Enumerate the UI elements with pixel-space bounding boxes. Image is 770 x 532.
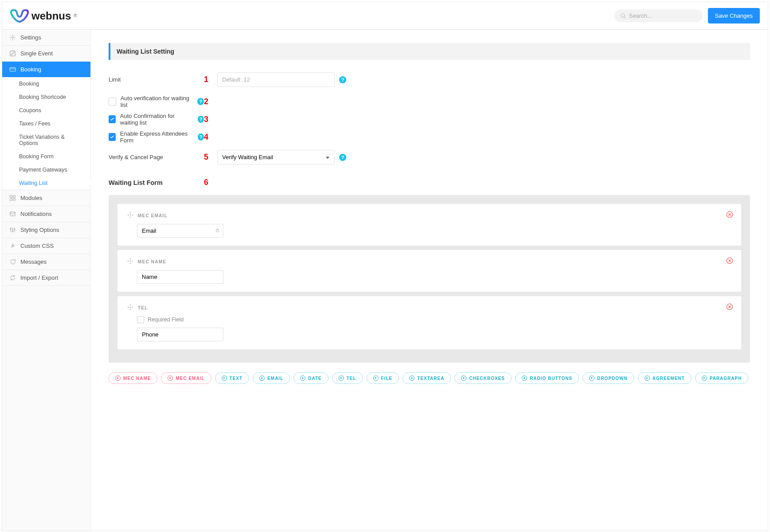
limit-input[interactable]: [217, 72, 335, 87]
auto-verification-label: Auto verification for waiting list: [121, 95, 192, 108]
sidebar-item-styling-options[interactable]: Styling Options: [2, 222, 90, 238]
palette-checkboxes[interactable]: +CHECKBOXES: [454, 372, 512, 384]
svg-point-16: [14, 229, 16, 230]
sidebar-sub-booking-shortcode[interactable]: Booking Shortcode: [2, 90, 90, 104]
delete-field-button[interactable]: [726, 303, 733, 312]
field-type-label: MEC NAME: [138, 259, 166, 264]
plus-icon: +: [222, 376, 227, 381]
check-icon: [109, 117, 115, 122]
delete-field-button[interactable]: [726, 211, 733, 219]
palette-paragraph[interactable]: +PARAGRAPH: [695, 372, 749, 384]
mail-icon: [9, 211, 16, 217]
brand-name: webnus: [31, 10, 71, 22]
gear-icon: [9, 34, 16, 41]
delete-field-button[interactable]: [726, 257, 733, 266]
sidebar-sub-ticket-variations[interactable]: Ticket Variations & Options: [2, 130, 90, 150]
palette-date[interactable]: +DATE: [293, 372, 328, 384]
sliders-icon: [9, 227, 16, 233]
sidebar: Settings Single Event Booking Booking Bo…: [2, 30, 91, 531]
sidebar-item-label: Import / Export: [20, 274, 58, 281]
sidebar-item-label: Custom CSS: [20, 243, 54, 249]
save-button[interactable]: Save Changes: [708, 8, 760, 23]
plus-icon: +: [522, 376, 527, 381]
palette-tel[interactable]: +TEL: [332, 372, 363, 384]
sidebar-sub-taxes-fees[interactable]: Taxes / Fees: [2, 117, 90, 130]
brand-logo: webnus ®: [10, 9, 77, 23]
plus-icon: +: [461, 376, 466, 381]
sidebar-sub-booking[interactable]: Booking: [2, 77, 90, 90]
search-input[interactable]: [629, 12, 696, 19]
auto-verification-checkbox[interactable]: [109, 98, 116, 106]
field-name-input[interactable]: [137, 224, 223, 238]
field-type-palette: +MEC NAME +MEC EMAIL +TEXT +EMAIL +DATE …: [109, 372, 750, 384]
edit-icon: [9, 50, 16, 57]
palette-file[interactable]: +FILE: [367, 372, 399, 384]
wrench-icon: [9, 243, 16, 249]
annotation-6: 6: [204, 178, 217, 187]
verify-cancel-select[interactable]: Verify Waiting Email: [217, 150, 335, 164]
waiting-list-form-title: Waiting List Form: [109, 179, 204, 186]
svg-point-0: [621, 13, 624, 17]
sidebar-item-single-event[interactable]: Single Event: [2, 46, 90, 61]
sidebar-item-import-export[interactable]: Import / Export: [2, 270, 90, 286]
required-checkbox[interactable]: [137, 316, 144, 323]
drag-handle-icon[interactable]: [127, 304, 133, 312]
sidebar-item-label: Single Event: [20, 50, 53, 57]
check-icon: [109, 134, 115, 140]
svg-rect-6: [10, 196, 12, 197]
auto-confirmation-checkbox[interactable]: [109, 115, 116, 123]
sidebar-item-label: Modules: [20, 195, 42, 201]
plus-icon: +: [259, 376, 265, 381]
sidebar-sub-coupons[interactable]: Coupons: [2, 104, 90, 117]
palette-dropdown[interactable]: +DROPDOWN: [582, 372, 634, 384]
form-field-name: MEC NAME: [117, 250, 741, 292]
sidebar-item-settings[interactable]: Settings: [2, 30, 90, 45]
help-icon[interactable]: ?: [339, 154, 346, 161]
sidebar-sub-waiting-list[interactable]: Waiting List: [2, 176, 90, 190]
sidebar-item-booking[interactable]: Booking: [2, 62, 90, 77]
setting-auto-confirmation: Auto Confirmation for waiting list ?: [109, 113, 204, 126]
palette-email[interactable]: +EMAIL: [253, 372, 290, 384]
card-icon: [9, 66, 16, 73]
search-input-wrap[interactable]: [614, 9, 703, 22]
panel-title: Waiting List Setting: [109, 43, 750, 60]
registered-mark: ®: [74, 13, 77, 18]
sidebar-sub-booking-form[interactable]: Booking Form: [2, 150, 90, 163]
plus-icon: +: [409, 376, 414, 381]
field-type-label: TEL: [138, 305, 148, 310]
drag-handle-icon[interactable]: [127, 258, 133, 266]
palette-mec-name[interactable]: +MEC NAME: [109, 372, 157, 384]
annotation-4: 4: [204, 133, 217, 142]
drag-handle-icon[interactable]: [127, 212, 133, 219]
plus-icon: +: [168, 376, 173, 381]
express-attendees-label: Enable Express Attendees Form: [120, 130, 192, 144]
close-circle-icon: [726, 211, 733, 218]
palette-mec-email[interactable]: +MEC EMAIL: [161, 372, 211, 384]
help-icon[interactable]: ?: [197, 98, 204, 105]
verify-cancel-label: Verify & Cancel Page: [109, 154, 204, 160]
sidebar-item-messages[interactable]: Messages: [2, 254, 90, 270]
express-attendees-checkbox[interactable]: [109, 133, 116, 141]
plus-icon: +: [702, 376, 707, 381]
field-name-input[interactable]: [137, 328, 223, 341]
help-icon[interactable]: ?: [198, 133, 204, 141]
sidebar-item-custom-css[interactable]: Custom CSS: [2, 238, 90, 254]
setting-limit: Limit 1 ?: [109, 72, 750, 87]
palette-radio-buttons[interactable]: +RADIO BUTTONS: [515, 372, 579, 384]
sidebar-item-notifications[interactable]: Notifications: [2, 206, 90, 222]
sidebar-item-label: Styling Options: [20, 227, 59, 233]
help-icon[interactable]: ?: [339, 76, 346, 83]
sidebar-item-label: Booking: [20, 66, 41, 73]
field-name-input[interactable]: [137, 270, 223, 284]
palette-text[interactable]: +TEXT: [215, 372, 250, 384]
chat-icon: [9, 258, 16, 265]
plus-icon: +: [589, 376, 594, 381]
sidebar-sub-payment-gateways[interactable]: Payment Gateways: [2, 163, 90, 176]
palette-agreement[interactable]: +AGREEMENT: [638, 372, 692, 384]
sidebar-item-modules[interactable]: Modules: [2, 190, 90, 206]
main-content: Waiting List Setting Limit 1 ? Auto veri…: [91, 30, 768, 531]
svg-point-15: [12, 231, 13, 232]
help-icon[interactable]: ?: [198, 116, 204, 123]
palette-textarea[interactable]: +TEXTAREA: [403, 372, 451, 384]
annotation-2: 2: [204, 97, 217, 106]
